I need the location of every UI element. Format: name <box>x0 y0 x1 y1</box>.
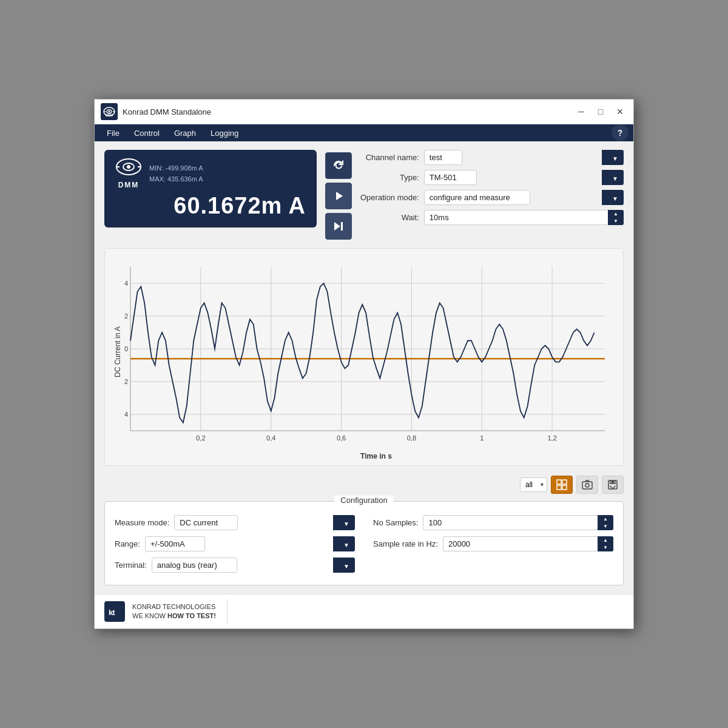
svg-marker-11 <box>336 192 343 200</box>
window-controls: ─ □ ✕ <box>574 106 627 118</box>
graph-container: DC Current in A <box>111 255 617 449</box>
wait-input[interactable] <box>424 210 624 225</box>
config-right: No Samples: ▲ ▼ Sample rate in Hz: <box>373 515 613 573</box>
max-label: MAX: <box>149 175 166 183</box>
svg-marker-12 <box>334 222 340 231</box>
sample-rate-down-button[interactable]: ▼ <box>598 544 613 552</box>
no-samples-spinner-wrap: ▲ ▼ <box>423 515 613 530</box>
measure-mode-select[interactable]: DC current <box>174 515 238 530</box>
tagline-bold: HOW TO TEST! <box>167 612 216 619</box>
camera-button[interactable] <box>576 476 598 494</box>
y-axis-label: DC Current in A <box>111 255 124 449</box>
chart-canvas[interactable] <box>124 255 617 449</box>
svg-rect-13 <box>341 222 343 231</box>
no-samples-down-button[interactable]: ▼ <box>598 523 613 531</box>
measure-mode-label: Measure mode: <box>115 518 169 527</box>
channel-name-select[interactable]: test <box>424 150 462 165</box>
channel-name-wrapper: test <box>424 150 624 165</box>
x-axis-area: Time in s <box>111 449 617 465</box>
svg-rect-18 <box>582 482 592 489</box>
sample-rate-spinner-wrap: ▲ ▼ <box>443 536 613 551</box>
sample-rate-input[interactable] <box>443 536 613 551</box>
dmm-label: DMM <box>118 181 140 189</box>
zoom-button[interactable] <box>551 476 573 494</box>
menu-graph[interactable]: Graph <box>167 125 203 141</box>
range-wrapper: +/-500mA <box>145 536 355 551</box>
no-samples-label: No Samples: <box>373 518 418 527</box>
graph-filter-select[interactable]: all <box>520 477 547 492</box>
no-samples-spinner-btns: ▲ ▼ <box>598 515 613 530</box>
chart-wrap <box>124 255 617 449</box>
sample-rate-label: Sample rate in Hz: <box>373 539 438 548</box>
type-wrapper: TM-501 <box>424 170 624 185</box>
config-section: Configuration Measure mode: DC current R… <box>104 501 624 585</box>
save-graph-button[interactable] <box>602 476 624 494</box>
wait-spinner-btns: ▲ ▼ <box>608 210 624 225</box>
range-row: Range: +/-500mA <box>115 536 355 551</box>
help-button[interactable]: ? <box>612 124 629 141</box>
dmm-minmax: MIN: -499.908m A MAX: 435.636m A <box>149 163 203 184</box>
top-section: DMM MIN: -499.908m A MAX: 435.636m A 60.… <box>104 150 624 240</box>
form-section: Channel name: test Type: TM-501 Operatio… <box>360 150 624 225</box>
sample-rate-up-button[interactable]: ▲ <box>598 536 613 544</box>
wait-up-button[interactable]: ▲ <box>608 210 624 218</box>
play-button[interactable] <box>325 183 352 209</box>
dmm-logo-area: DMM <box>115 158 142 189</box>
app-logo: DMM <box>101 103 118 120</box>
kt-text: KONRAD TECHNOLOGIES WE KNOW HOW TO TEST! <box>132 602 216 621</box>
x-axis-label: Time in s <box>360 452 392 460</box>
no-samples-up-button[interactable]: ▲ <box>598 515 613 523</box>
range-select[interactable]: +/-500mA <box>145 536 205 551</box>
svg-rect-21 <box>612 480 614 483</box>
wait-spinner-wrap: ▲ ▼ <box>424 210 624 225</box>
close-button[interactable]: ✕ <box>613 106 627 118</box>
type-select[interactable]: TM-501 <box>424 170 477 185</box>
config-grid: Measure mode: DC current Range: +/-500mA <box>115 515 613 573</box>
dmm-icon <box>115 158 142 180</box>
wait-label: Wait: <box>360 213 419 222</box>
svg-text:DMM: DMM <box>106 113 113 117</box>
refresh-button[interactable] <box>325 152 352 179</box>
step-button[interactable] <box>325 213 352 240</box>
type-label: Type: <box>360 173 419 182</box>
svg-rect-15 <box>562 480 567 484</box>
config-title: Configuration <box>334 496 393 505</box>
menu-logging[interactable]: Logging <box>203 125 246 141</box>
svg-text:kt: kt <box>109 608 115 617</box>
max-value: 435.636m A <box>167 175 203 183</box>
terminal-row: Terminal: analog bus (rear) <box>115 558 355 573</box>
measure-mode-row: Measure mode: DC current <box>115 515 355 530</box>
min-label: MIN: <box>149 164 163 172</box>
no-samples-input[interactable] <box>423 515 613 530</box>
window-title: Konrad DMM Standalone <box>123 107 574 116</box>
menu-control[interactable]: Control <box>127 125 167 141</box>
dmm-current-value: 60.1672m A <box>115 193 306 219</box>
sample-rate-row: Sample rate in Hz: ▲ ▼ <box>373 536 613 551</box>
min-value: -499.908m A <box>165 164 203 172</box>
svg-rect-17 <box>562 485 567 490</box>
no-samples-row: No Samples: ▲ ▼ <box>373 515 613 530</box>
wait-down-button[interactable]: ▼ <box>608 218 624 226</box>
range-label: Range: <box>115 539 140 548</box>
terminal-select[interactable]: analog bus (rear) <box>152 558 237 573</box>
terminal-wrapper: analog bus (rear) <box>152 558 355 573</box>
title-bar: DMM Konrad DMM Standalone ─ □ ✕ <box>95 99 633 124</box>
maximize-button[interactable]: □ <box>593 106 608 118</box>
svg-point-2 <box>109 111 110 113</box>
svg-rect-14 <box>557 480 561 484</box>
terminal-label: Terminal: <box>115 561 147 570</box>
menu-file[interactable]: File <box>99 125 127 141</box>
controls-col <box>325 152 352 240</box>
channel-name-label: Channel name: <box>360 153 419 162</box>
tagline: WE KNOW HOW TO TEST! <box>132 612 216 621</box>
main-content: DMM MIN: -499.908m A MAX: 435.636m A 60.… <box>95 141 633 594</box>
minimize-button[interactable]: ─ <box>574 106 588 118</box>
operation-mode-select[interactable]: configure and measure <box>424 190 530 205</box>
svg-point-8 <box>127 165 130 169</box>
operation-mode-wrapper: configure and measure <box>424 190 624 205</box>
svg-point-19 <box>585 484 589 487</box>
svg-rect-16 <box>557 485 561 490</box>
app-window: DMM Konrad DMM Standalone ─ □ ✕ File Con… <box>94 99 634 629</box>
dmm-header: DMM MIN: -499.908m A MAX: 435.636m A <box>115 158 306 189</box>
graph-area: DC Current in A Time in s <box>104 248 624 466</box>
